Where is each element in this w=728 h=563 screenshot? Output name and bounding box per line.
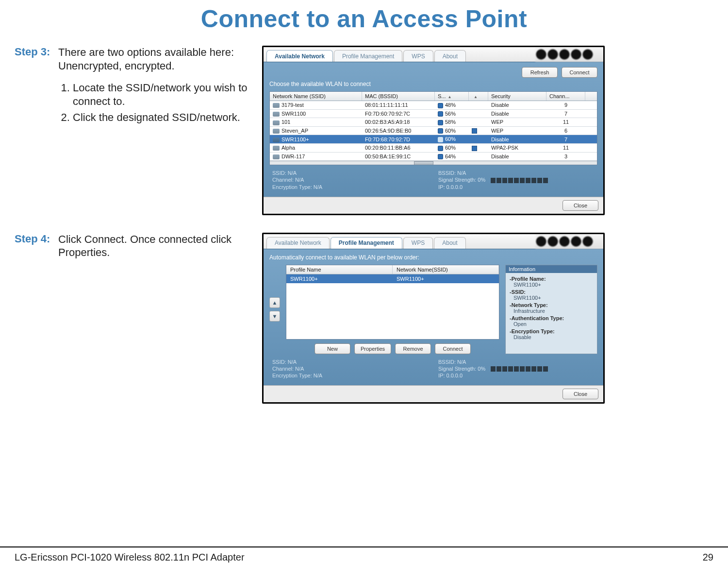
close-button[interactable]: Close (563, 389, 598, 399)
status-panel: SSID: N/A BSSID: N/A Channel: N/A Signal… (269, 354, 597, 381)
cell-ssid: DWR-117 (270, 153, 362, 160)
profile-management-window: Available Network Profile Management WPS… (262, 233, 605, 404)
cell-ssid: SWR1100 (270, 110, 362, 118)
cell-sig: 60% (435, 127, 469, 135)
page-footer: LG-Ericsson PCI-1020 Wireless 802.11n PC… (15, 552, 713, 563)
table-row[interactable]: Steven_AP 00:26:5A:9D:BE:B0 60% WEP 6 (270, 127, 597, 136)
step3-li2: Click the designated SSID/network. (73, 111, 250, 124)
col-blank[interactable] (469, 92, 488, 101)
footer-product: LG-Ericsson PCI-1020 Wireless 802.11n PC… (15, 552, 245, 563)
tab-wps[interactable]: WPS (403, 50, 433, 62)
status-encryption: Encryption Type: N/A (272, 184, 429, 190)
step3-intro2: Unencrypted, encrypted. (58, 59, 250, 73)
status-panel: SSID: N/A BSSID: N/A Channel: N/A Signal… (269, 165, 597, 192)
signal-icon (438, 103, 443, 108)
cell-chan: 6 (546, 127, 585, 135)
cell-sig: 56% (435, 110, 469, 118)
cell-mac: 00:50:BA:1E:99:1C (362, 153, 435, 160)
col-security[interactable]: Security (488, 92, 546, 101)
signal-icon (438, 120, 443, 125)
table-row[interactable]: DWR-117 00:50:BA:1E:99:1C 64% Disable 3 (270, 153, 597, 161)
signal-icon (438, 137, 443, 142)
remove-button[interactable]: Remove (395, 343, 431, 354)
status-bssid: BSSID: N/A (438, 170, 595, 176)
cell-chk (469, 144, 488, 152)
cell-sec: WPA2-PSK (488, 144, 546, 152)
tab-about[interactable]: About (434, 237, 465, 249)
footer-page-number: 29 (703, 552, 713, 563)
signal-icon (438, 146, 443, 151)
col-signal[interactable]: S... (435, 92, 469, 101)
info-ssid: SWR1100+ (513, 295, 593, 301)
table-row-selected[interactable]: SWR1100+ F0:7D:68:70:92:7D 60% Disable 7 (270, 135, 597, 144)
step4-label: Step 4: (15, 233, 58, 245)
connect-button[interactable]: Connect (562, 67, 597, 78)
cell-sig: 60% (435, 135, 469, 143)
tab-available-network[interactable]: Available Network (266, 50, 333, 62)
signal-icon (438, 128, 443, 134)
cell-chan: 7 (546, 110, 585, 118)
table-row[interactable]: SWR1100 F0:7D:60:70:92:7C 56% Disable 7 (270, 110, 597, 119)
close-button[interactable]: Close (563, 200, 598, 211)
tab-wps[interactable]: WPS (403, 237, 433, 249)
network-table: Network Name (SSID) MAC (BSSID) S... Sec… (269, 91, 597, 165)
table-row[interactable]: 101 00:02:B3:A5:A9:18 58% WEP 11 (270, 118, 597, 127)
status-channel: Channel: N/A (272, 366, 429, 372)
cell-chk (469, 138, 488, 140)
cell-sig: 48% (435, 101, 469, 109)
new-button[interactable]: New (314, 343, 350, 354)
step4-text: Click Connect. Once connected click Prop… (58, 233, 262, 259)
move-up-button[interactable]: ▲ (269, 297, 280, 308)
tab-about[interactable]: About (434, 50, 466, 62)
available-network-window: Available Network Profile Management WPS… (262, 46, 605, 215)
properties-button[interactable]: Properties (354, 343, 391, 354)
profile-row-selected[interactable]: SWR1100+ SWR1100+ (286, 274, 499, 283)
check-icon (472, 128, 477, 134)
col-mac[interactable]: MAC (BSSID) (362, 92, 435, 101)
horizontal-scrollbar[interactable] (270, 161, 597, 165)
status-bssid: BSSID: N/A (438, 359, 595, 365)
reorder-controls: ▲ ▼ (269, 265, 280, 354)
connect-button[interactable]: Connect (435, 343, 471, 354)
cell-ssid: SWR1100+ (270, 136, 362, 143)
table-row[interactable]: 3179-test 08:01:11:11:11:11 48% Disable … (270, 101, 597, 110)
cell-chk (469, 155, 488, 157)
tab-available-network[interactable]: Available Network (266, 237, 330, 249)
tab-bar: Available Network Profile Management WPS… (264, 234, 603, 249)
cell-mac: F0:7D:60:70:92:7C (362, 110, 435, 118)
status-ssid: SSID: N/A (272, 170, 429, 176)
footer-rule (0, 546, 728, 547)
status-ssid: SSID: N/A (272, 359, 429, 365)
step3-label: Step 3: (15, 46, 58, 58)
information-header: Information (506, 265, 597, 273)
tab-profile-management[interactable]: Profile Management (331, 237, 402, 249)
step4-body: Click Connect. Once connected click Prop… (58, 233, 250, 259)
status-ip: IP: 0.0.0.0 (438, 373, 595, 378)
cell-chan: 11 (546, 144, 585, 152)
col-channel[interactable]: Chann... (546, 92, 585, 101)
col-profile-name[interactable]: Profile Name (286, 265, 393, 274)
cell-chan: 7 (546, 136, 585, 143)
cell-sec: WEP (488, 127, 546, 135)
step4-block: Step 4: Click Connect. Once connected cl… (15, 233, 713, 404)
cell-ssid: 3179-test (270, 101, 362, 109)
cell-mac: 00:26:5A:9D:BE:B0 (362, 127, 435, 135)
info-auth-type-label: -Authentication Type: (510, 315, 593, 321)
col-ssid[interactable]: Network Name (SSID) (270, 92, 362, 101)
cell-ssid: 101 (270, 118, 362, 126)
col-network-name[interactable]: Network Name(SSID) (393, 265, 499, 274)
profile-table: Profile Name Network Name(SSID) SWR1100+… (286, 265, 499, 340)
refresh-button[interactable]: Refresh (522, 67, 558, 78)
cell-mac: F0:7D:68:70:92:7D (362, 136, 435, 143)
table-row[interactable]: Alpha 00:20:B0:11:BB:A6 60% WPA2-PSK 11 (270, 144, 597, 153)
information-panel: Information -Profile Name: SWR1100+ -SSI… (505, 265, 597, 354)
status-encryption: Encryption Type: N/A (272, 373, 429, 378)
panel-title: Automatically connect to available WLAN … (269, 254, 597, 261)
info-enc-type: Disable (513, 334, 593, 340)
status-signal: Signal Strength: 0% (438, 177, 595, 183)
move-down-button[interactable]: ▼ (269, 311, 280, 322)
cell-sec: Disable (488, 101, 546, 109)
cell-sig: 64% (435, 153, 469, 161)
info-profile-name-label: -Profile Name: (510, 276, 593, 282)
tab-profile-management[interactable]: Profile Management (334, 50, 402, 62)
